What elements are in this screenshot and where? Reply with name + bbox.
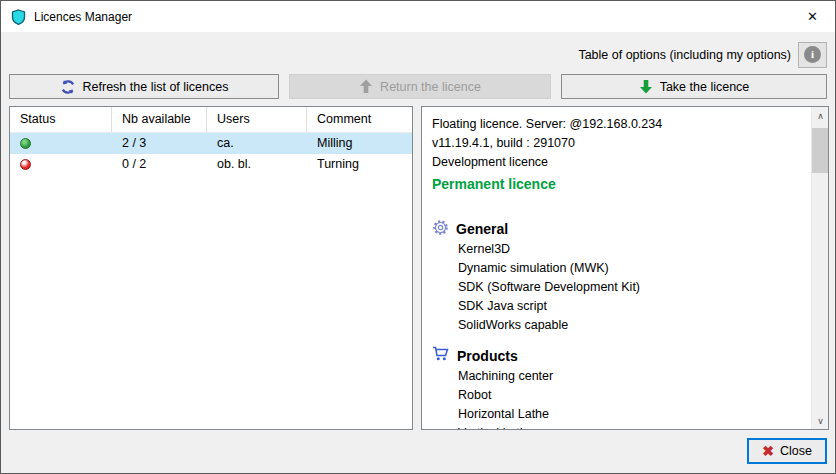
scroll-down-icon[interactable]: ∨ <box>812 412 829 429</box>
permanent-licence-label: Permanent licence <box>432 174 805 194</box>
column-header-users[interactable]: Users <box>207 107 307 132</box>
titlebar: Licences Manager ✕ <box>1 1 835 32</box>
nb-available-cell: 2 / 3 <box>112 133 207 154</box>
status-cell <box>10 154 112 175</box>
nb-available-cell: 0 / 2 <box>112 154 207 175</box>
gear-icon <box>432 219 449 240</box>
detail-item: Vertical Lathe <box>432 424 805 429</box>
options-label: Table of options (including my options) <box>578 48 791 62</box>
products-section-header: Products <box>432 345 805 367</box>
scroll-up-icon[interactable]: ∧ <box>812 107 829 124</box>
close-button[interactable]: ✖ Close <box>747 438 827 464</box>
refresh-icon <box>60 79 76 95</box>
licence-details-content: Floating licence. Server: @192.168.0.234… <box>422 107 811 429</box>
detail-item: SDK Java script <box>432 297 805 316</box>
products-section-title: Products <box>457 348 518 364</box>
table-row-turning[interactable]: 0 / 2 ob. bl. Turning <box>10 154 412 175</box>
refresh-licences-button[interactable]: Refresh the list of licences <box>9 74 279 99</box>
users-cell: ob. bl. <box>207 154 307 175</box>
return-licence-button[interactable]: Return the licence <box>289 74 551 99</box>
refresh-button-label: Refresh the list of licences <box>83 80 229 94</box>
arrow-down-icon <box>639 79 653 94</box>
detail-item: Robot <box>432 386 805 405</box>
details-scrollbar[interactable]: ∧ ∨ <box>811 107 828 429</box>
comment-cell: Milling <box>307 133 412 154</box>
take-licence-button[interactable]: Take the licence <box>561 74 827 99</box>
detail-item: Machining center <box>432 367 805 386</box>
info-icon: i <box>804 46 821 63</box>
window-title: Licences Manager <box>34 10 132 24</box>
detail-item: SDK (Software Development Kit) <box>432 278 805 297</box>
licence-type-line: Development licence <box>432 153 805 172</box>
detail-item: Kernel3D <box>432 240 805 259</box>
licences-manager-window: Licences Manager ✕ Table of options (inc… <box>0 0 836 474</box>
close-x-icon: ✖ <box>762 444 774 458</box>
table-header-row: Status Nb available Users Comment <box>10 107 412 133</box>
status-cell <box>10 133 112 154</box>
app-shield-icon <box>11 9 26 25</box>
info-button[interactable]: i <box>798 42 827 68</box>
general-section-header: General <box>432 218 805 240</box>
detail-item: Horizontal Lathe <box>432 405 805 424</box>
options-row: Table of options (including my options) … <box>578 41 827 68</box>
window-close-icon[interactable]: ✕ <box>790 1 835 32</box>
close-button-label: Close <box>780 444 812 458</box>
take-button-label: Take the licence <box>660 80 750 94</box>
licences-table: Status Nb available Users Comment 2 / 3 … <box>9 106 413 430</box>
general-section-title: General <box>456 221 508 237</box>
column-header-status[interactable]: Status <box>10 107 112 132</box>
table-row-milling[interactable]: 2 / 3 ca. Milling <box>10 133 412 154</box>
cart-icon <box>432 346 450 366</box>
version-line: v11.19.4.1, build : 291070 <box>432 134 805 153</box>
users-cell: ca. <box>207 133 307 154</box>
detail-item: SolidWorks capable <box>432 316 805 335</box>
return-button-label: Return the licence <box>380 80 481 94</box>
arrow-up-icon <box>359 79 373 94</box>
status-green-icon <box>20 138 31 149</box>
comment-cell: Turning <box>307 154 412 175</box>
scrollbar-thumb[interactable] <box>812 128 829 173</box>
column-header-nb-available[interactable]: Nb available <box>112 107 207 132</box>
licence-details-panel: Floating licence. Server: @192.168.0.234… <box>421 106 829 430</box>
detail-item: Dynamic simulation (MWK) <box>432 259 805 278</box>
status-red-icon <box>20 159 31 170</box>
column-header-comment[interactable]: Comment <box>307 107 412 132</box>
server-line: Floating licence. Server: @192.168.0.234 <box>432 115 805 134</box>
